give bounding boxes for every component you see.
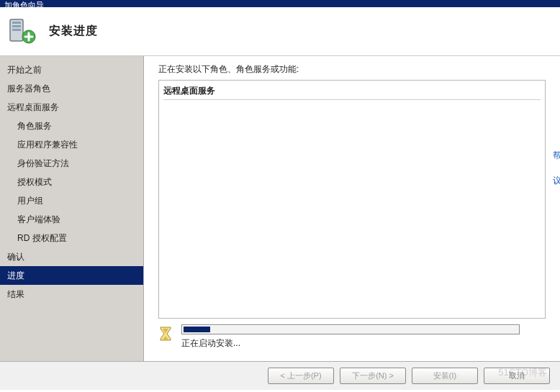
nav-item-6[interactable]: 授权模式 (0, 173, 143, 191)
install-progress-fill (184, 327, 210, 332)
nav-item-12[interactable]: 结果 (0, 285, 143, 304)
nav-item-7[interactable]: 用户组 (0, 191, 143, 210)
nav-item-8[interactable]: 客户端体验 (0, 210, 143, 229)
install-items-list: 远程桌面服务 (158, 80, 546, 319)
nav-item-2[interactable]: 远程桌面服务 (0, 98, 143, 117)
wizard-nav-sidebar: 开始之前服务器角色远程桌面服务角色服务应用程序兼容性身份验证方法授权模式用户组客… (0, 56, 144, 361)
window-title-bar: 加角色向导 (0, 0, 560, 7)
install-status-text: 正在启动安装... (181, 337, 546, 350)
prev-button: < 上一步(P) (268, 368, 334, 384)
wizard-content-panel: 正在安装以下角色、角色服务或功能: 远程桌面服务 正在启动安装... (144, 56, 560, 361)
nav-item-5[interactable]: 身份验证方法 (0, 154, 143, 173)
install-progress-bar (181, 324, 520, 334)
hint-help: 帮 (553, 150, 560, 162)
progress-row: 正在启动安装... (158, 324, 546, 350)
server-role-icon (6, 15, 39, 48)
hourglass-icon (158, 326, 173, 343)
list-item: 远程桌面服务 (163, 83, 541, 100)
svg-rect-3 (12, 29, 21, 31)
nav-item-0[interactable]: 开始之前 (0, 60, 143, 79)
installing-label: 正在安装以下角色、角色服务或功能: (158, 63, 546, 76)
hint-suggest: 议 (553, 175, 560, 187)
nav-item-1[interactable]: 服务器角色 (0, 79, 143, 98)
install-button: 安装(I) (412, 368, 478, 384)
nav-item-9[interactable]: RD 授权配置 (0, 229, 143, 247)
nav-item-4[interactable]: 应用程序兼容性 (0, 135, 143, 154)
window-title-text: 加角色向导 (4, 0, 44, 7)
nav-item-10[interactable]: 确认 (0, 247, 143, 266)
nav-item-11[interactable]: 进度 (0, 266, 143, 285)
wizard-main: 开始之前服务器角色远程桌面服务角色服务应用程序兼容性身份验证方法授权模式用户组客… (0, 56, 560, 361)
wizard-header-title: 安装进度 (49, 24, 98, 39)
nav-item-3[interactable]: 角色服务 (0, 117, 143, 135)
svg-rect-1 (12, 22, 21, 24)
cancel-button[interactable]: 取消 (484, 368, 550, 384)
right-edge-hints: 帮 议 (553, 150, 560, 187)
next-button: 下一步(N) > (340, 368, 406, 384)
wizard-footer: < 上一步(P) 下一步(N) > 安装(I) 取消 (0, 361, 560, 390)
wizard-header: 安装进度 (0, 7, 560, 56)
svg-rect-2 (12, 25, 21, 27)
